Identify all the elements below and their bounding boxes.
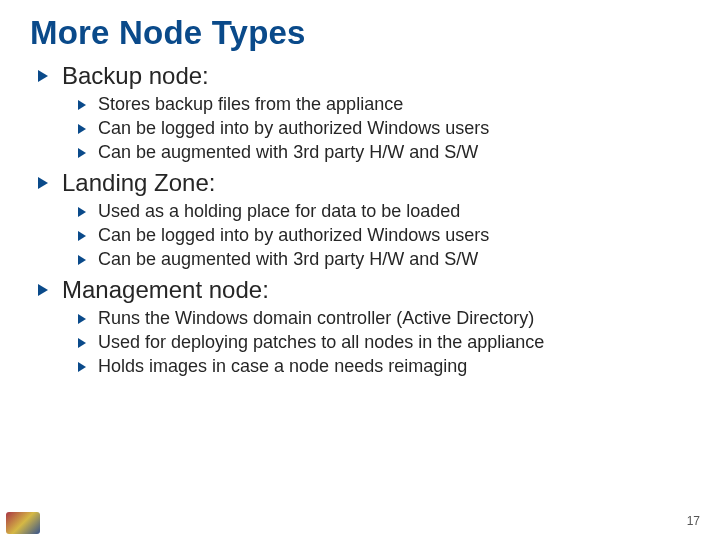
bullet-arrow-icon [78, 231, 86, 241]
item-text: Can be augmented with 3rd party H/W and … [98, 142, 478, 163]
list-item: Can be augmented with 3rd party H/W and … [78, 249, 690, 270]
list-item: Can be logged into by authorized Windows… [78, 225, 690, 246]
bullet-arrow-icon [78, 100, 86, 110]
page-number: 17 [687, 514, 700, 528]
item-text: Used as a holding place for data to be l… [98, 201, 460, 222]
section-heading: Landing Zone: [38, 169, 690, 197]
bullet-arrow-icon [78, 124, 86, 134]
item-text: Can be logged into by authorized Windows… [98, 225, 489, 246]
bullet-arrow-icon [78, 338, 86, 348]
list-item: Stores backup files from the appliance [78, 94, 690, 115]
list-item: Can be logged into by authorized Windows… [78, 118, 690, 139]
bullet-arrow-icon [38, 284, 48, 296]
bullet-arrow-icon [78, 314, 86, 324]
section-label: Backup node: [62, 62, 209, 90]
bullet-arrow-icon [38, 177, 48, 189]
section-label: Landing Zone: [62, 169, 215, 197]
list-item: Can be augmented with 3rd party H/W and … [78, 142, 690, 163]
slide-title: More Node Types [30, 14, 690, 52]
item-text: Can be augmented with 3rd party H/W and … [98, 249, 478, 270]
bullet-arrow-icon [78, 255, 86, 265]
section-heading: Backup node: [38, 62, 690, 90]
bullet-arrow-icon [78, 148, 86, 158]
list-item: Runs the Windows domain controller (Acti… [78, 308, 690, 329]
bullet-arrow-icon [78, 207, 86, 217]
list-item: Used for deploying patches to all nodes … [78, 332, 690, 353]
item-text: Used for deploying patches to all nodes … [98, 332, 544, 353]
slide: More Node Types Backup node: Stores back… [0, 0, 720, 540]
item-text: Stores backup files from the appliance [98, 94, 403, 115]
section-heading: Management node: [38, 276, 690, 304]
list-item: Used as a holding place for data to be l… [78, 201, 690, 222]
bullet-arrow-icon [78, 362, 86, 372]
item-text: Can be logged into by authorized Windows… [98, 118, 489, 139]
item-text: Holds images in case a node needs reimag… [98, 356, 467, 377]
list-item: Holds images in case a node needs reimag… [78, 356, 690, 377]
item-text: Runs the Windows domain controller (Acti… [98, 308, 534, 329]
logo-icon [6, 512, 40, 534]
section-label: Management node: [62, 276, 269, 304]
bullet-arrow-icon [38, 70, 48, 82]
